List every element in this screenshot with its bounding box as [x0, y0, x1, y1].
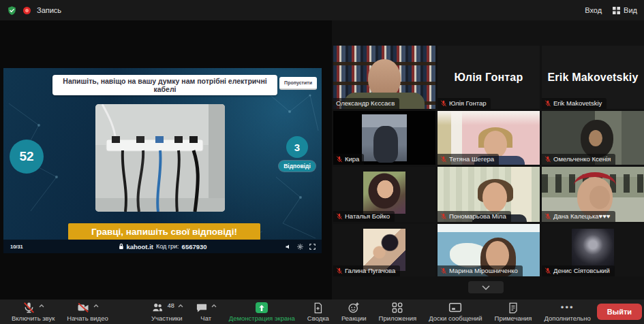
- video-figure: [373, 126, 398, 163]
- participant-tile[interactable]: Марина Мірошниченко: [438, 224, 540, 276]
- more-button[interactable]: ••• Дополнительно: [538, 301, 596, 323]
- apps-icon: [391, 302, 403, 314]
- participants-count: 48: [168, 302, 174, 309]
- participant-tile[interactable]: Erik Makovetskiy Erik Makovetskiy: [542, 46, 644, 109]
- participant-name: Наталья Бойко: [345, 212, 390, 220]
- grid-view-icon: [613, 7, 620, 14]
- video-options-chevron[interactable]: [93, 304, 99, 308]
- slide-progress: 10/31: [10, 244, 23, 250]
- participant-tile[interactable]: Кира: [333, 111, 435, 165]
- kahoot-site: kahoot.it: [126, 243, 153, 250]
- share-screen-icon: [256, 302, 268, 313]
- more-ellipsis-icon: •••: [561, 302, 574, 314]
- answers-badge: Відповіді: [279, 161, 316, 172]
- participants-label: Участники: [151, 314, 182, 322]
- participant-tile[interactable]: Денис Сіятовський: [542, 224, 644, 276]
- participant-name: Омельченко Ксенія: [553, 155, 611, 163]
- lock-icon: [118, 243, 123, 250]
- video-ceiling: [438, 111, 540, 125]
- chat-options-chevron[interactable]: [211, 304, 217, 308]
- mic-options-chevron[interactable]: [39, 304, 44, 308]
- muted-mic-icon: [440, 100, 447, 107]
- collapse-gallery-button[interactable]: [468, 281, 504, 293]
- participants-gallery: Олександр Кєссаєв Юлія Гонтар Юлія Гонта…: [333, 46, 644, 276]
- participant-name: Денис Сіятовський: [553, 267, 610, 274]
- view-label: Вид: [624, 6, 637, 14]
- participant-name: Пономарьова Міла: [449, 212, 506, 220]
- notes-button[interactable]: Примечания: [489, 301, 538, 323]
- participant-name: Дана Калецька♥♥♥: [553, 212, 611, 220]
- participant-tile[interactable]: Тетяна Шегера: [438, 111, 540, 165]
- participant-tile[interactable]: Юлія Гонтар Юлія Гонтар: [438, 46, 540, 109]
- skip-button[interactable]: Пропустити: [279, 77, 317, 90]
- bottom-toolbar: Включить звук Начать видео 48 Участники: [0, 299, 644, 324]
- muted-mic-icon: [440, 268, 447, 274]
- muted-mic-icon: [545, 100, 551, 107]
- whiteboards-button[interactable]: Доски сообщений: [423, 301, 488, 323]
- chevron-down-icon: [482, 285, 490, 290]
- profile-avatar: [572, 229, 614, 271]
- volume-icon[interactable]: [285, 244, 291, 250]
- unmute-label: Включить звук: [12, 314, 55, 322]
- participant-name: Кира: [345, 155, 359, 163]
- video-hand: [589, 186, 610, 209]
- muted-mic-icon: [336, 213, 343, 220]
- participants-button[interactable]: 48 Участники: [144, 301, 189, 323]
- muted-mic-icon: [336, 156, 343, 163]
- chat-bubble-icon: [196, 302, 208, 314]
- camera-off-icon: [76, 302, 90, 314]
- main-area: Напишіть, навіщо на вашу думку нам потрі…: [0, 20, 644, 299]
- start-video-label: Начать видео: [67, 314, 108, 322]
- video-face: [482, 182, 507, 212]
- muted-mic-icon: [440, 156, 447, 163]
- whiteboard-icon: [448, 302, 462, 314]
- signin-button[interactable]: Вход: [585, 6, 602, 14]
- participant-tile[interactable]: Наталья Бойко: [333, 167, 435, 222]
- start-video-button[interactable]: Начать видео: [61, 301, 114, 323]
- chat-label: Чат: [200, 314, 211, 322]
- participant-name: Марина Мірошниченко: [449, 267, 518, 274]
- answers-count: 3: [286, 136, 308, 158]
- share-screen-button[interactable]: Демонстрация экрана: [223, 301, 301, 323]
- fullscreen-icon[interactable]: [309, 244, 316, 250]
- summary-button[interactable]: Сводка: [301, 301, 335, 323]
- participant-tile[interactable]: Пономарьова Міла: [438, 167, 540, 222]
- reactions-button[interactable]: Реакции: [335, 301, 373, 323]
- chat-button[interactable]: Чат: [189, 301, 223, 323]
- notes-icon: [508, 302, 519, 314]
- view-button[interactable]: Вид: [613, 6, 637, 14]
- game-code-label: Код гри:: [156, 243, 179, 250]
- apps-label: Приложения: [379, 314, 417, 322]
- zoom-meeting-window: Запись Вход Вид: [0, 0, 644, 324]
- participant-name: Тетяна Шегера: [449, 155, 494, 163]
- participant-tile[interactable]: Галина Пугачова: [333, 224, 435, 276]
- recording-indicator-icon[interactable]: [23, 7, 31, 14]
- participant-name: Юлія Гонтар: [449, 99, 486, 107]
- unmute-button[interactable]: Включить звук: [5, 301, 61, 323]
- settings-gear-icon[interactable]: [297, 244, 303, 250]
- participant-name: Олександр Кєссаєв: [336, 99, 395, 107]
- profile-avatar: [363, 229, 405, 271]
- screen-share-area: Напишіть, навіщо на вашу думку нам потрі…: [0, 20, 332, 299]
- more-label: Дополнительно: [544, 314, 590, 322]
- participant-tile[interactable]: Олександр Кєссаєв: [333, 46, 435, 109]
- summary-label: Сводка: [307, 314, 329, 322]
- muted-mic-icon: [545, 156, 551, 163]
- kahoot-slide: Напишіть, навіщо на вашу думку нам потрі…: [3, 68, 322, 253]
- participants-icon: [151, 302, 164, 314]
- apps-button[interactable]: Приложения: [373, 301, 423, 323]
- summary-document-icon: [312, 302, 324, 314]
- profile-avatar: [363, 172, 405, 214]
- security-shield-icon[interactable]: [7, 5, 17, 16]
- top-bar: Запись Вход Вид: [0, 0, 644, 20]
- participant-tile[interactable]: Дана Калецька♥♥♥: [542, 167, 644, 222]
- participant-name: Erik Makovetskiy: [553, 99, 602, 107]
- participant-tile[interactable]: Омельченко Ксенія: [542, 111, 644, 165]
- recording-label: Запись: [37, 6, 61, 14]
- question-image: [95, 104, 225, 212]
- participants-options-chevron[interactable]: [178, 304, 183, 308]
- muted-mic-icon: [336, 268, 343, 274]
- participant-name: Галина Пугачова: [345, 267, 395, 274]
- leave-meeting-button[interactable]: Выйти: [597, 304, 642, 320]
- answers-widget: 3 Відповіді: [278, 136, 316, 172]
